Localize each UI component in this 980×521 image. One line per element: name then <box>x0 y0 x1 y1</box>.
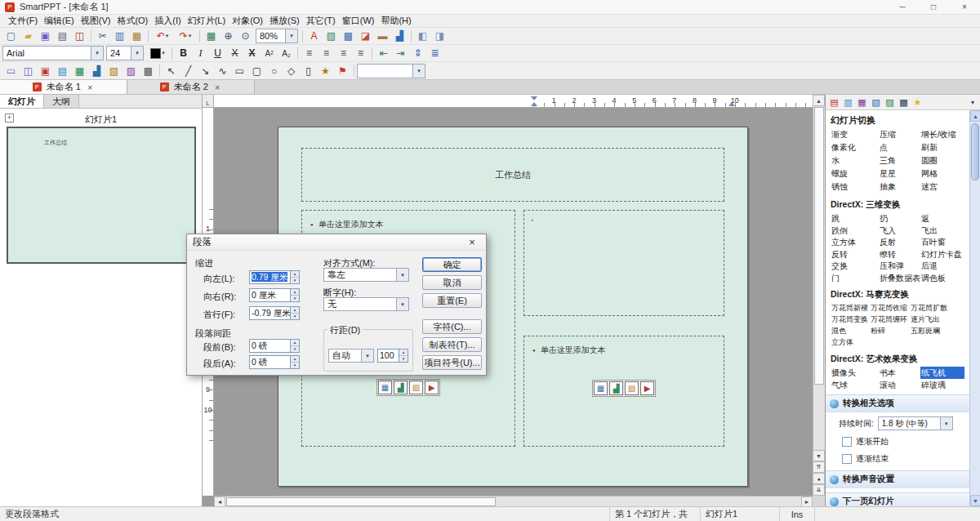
favorites-star-icon[interactable]: ★ <box>911 96 924 109</box>
spin-down-icon[interactable]: ▾ <box>291 362 299 368</box>
tab-outline[interactable]: 大纲 <box>44 95 79 108</box>
tab-close-icon[interactable]: × <box>213 82 221 92</box>
dropdown-icon[interactable]: ▾ <box>396 298 408 310</box>
font-size-select[interactable]: 24 ▾ <box>106 46 144 60</box>
menu-insert[interactable]: 插入(I) <box>151 15 184 27</box>
dialog-title-bar[interactable]: 段落 × <box>187 234 486 251</box>
reset-button[interactable]: 重置(E) <box>422 293 482 308</box>
transition-item[interactable]: 跌倒 <box>831 225 879 237</box>
right-indent-spinner[interactable]: 0 厘米 ▴ ▾ <box>249 288 300 302</box>
character-button[interactable]: 字符(C)... <box>422 319 482 334</box>
transition-item[interactable]: 书本 <box>879 367 920 379</box>
ruler-icon[interactable]: ▬ <box>374 29 391 43</box>
insert-frame-icon[interactable]: ▩ <box>340 29 357 43</box>
first-line-indent-marker[interactable] <box>531 96 537 100</box>
superscript-icon[interactable]: A² <box>261 46 278 60</box>
browse-object-icon[interactable]: ● <box>813 473 825 484</box>
transition-item[interactable]: 圆圈 <box>920 154 964 167</box>
menu-others[interactable]: 其它(T) <box>303 15 339 27</box>
insert-table-icon[interactable]: ▦ <box>594 381 608 395</box>
spin-down-icon[interactable]: ▾ <box>291 313 299 319</box>
slide-thumbnail[interactable]: 工作总结 <box>7 127 196 264</box>
tab-close-icon[interactable]: × <box>86 82 94 92</box>
bullets-button[interactable]: 项目符号(U)... <box>422 355 482 370</box>
transition-item[interactable]: 缭转 <box>879 248 920 260</box>
scrollbar-thumb[interactable] <box>971 123 979 180</box>
transition-item[interactable]: 反转 <box>831 248 879 260</box>
transition-item[interactable]: 摄像头 <box>831 367 879 379</box>
transition-options-section[interactable]: 转换相关选项 <box>826 394 969 412</box>
insert-chart-icon[interactable]: ▟ <box>609 381 623 395</box>
new-document-icon[interactable]: ▢ <box>2 29 20 43</box>
format-painter-icon[interactable]: ◪ <box>357 29 374 43</box>
hyphenation-select[interactable]: 无 ▾ <box>323 297 409 311</box>
transition-item[interactable]: 逐片飞出 <box>910 314 964 325</box>
star-icon[interactable]: ★ <box>317 64 334 78</box>
spin-up-icon[interactable]: ▴ <box>399 350 408 355</box>
transition-item[interactable]: 交换 <box>831 260 879 272</box>
align-left-icon[interactable]: ≡ <box>301 46 318 60</box>
transition-item[interactable]: 渐变 <box>831 128 879 141</box>
design-templates-icon[interactable]: ▤ <box>827 96 841 109</box>
space-after-spinner[interactable]: 0 磅 ▴ ▾ <box>249 355 300 369</box>
transition-item[interactable]: 后退 <box>920 260 964 272</box>
rounded-rectangle-icon[interactable]: ▢ <box>248 64 265 78</box>
paragraph-spacing-icon[interactable]: ≣ <box>426 46 443 60</box>
new-slide-icon[interactable]: ▭ <box>2 64 20 78</box>
scrollbar-thumb[interactable] <box>814 107 824 385</box>
font-color-icon[interactable]: A <box>305 29 323 43</box>
horizontal-scrollbar[interactable]: ◄ ► <box>214 496 813 506</box>
fade-out-checkbox[interactable] <box>842 454 852 464</box>
chart-icon[interactable]: ▟ <box>391 29 408 43</box>
align-right-icon[interactable]: ≡ <box>335 46 352 60</box>
dropdown-icon[interactable]: ▾ <box>131 47 143 60</box>
transition-item[interactable]: 折叠数据表 <box>879 272 920 284</box>
slide-layout-icon[interactable]: ◫ <box>20 64 37 78</box>
shape-style-select[interactable]: ▾ <box>357 64 425 78</box>
document-tab-1[interactable]: P 未命名 1 × <box>0 80 127 94</box>
transition-item[interactable]: 返 <box>920 212 964 225</box>
transition-item[interactable]: 万花筒变换 <box>831 314 870 325</box>
transition-item[interactable]: 百叶窗 <box>920 236 964 248</box>
font-color-picker[interactable]: ▾ <box>146 46 169 60</box>
transition-item[interactable]: 像素化 <box>831 141 879 154</box>
custom-animation-icon[interactable]: ▧ <box>869 96 883 109</box>
transition-item[interactable]: 碎玻璃 <box>920 379 964 391</box>
save-icon[interactable]: ▣ <box>37 29 54 43</box>
next-page-icon[interactable]: ◨ <box>431 29 448 43</box>
vertical-scrollbar[interactable]: ▲ ▼ ⇈ ● ⇊ <box>813 95 825 496</box>
menu-play[interactable]: 播放(S) <box>266 15 303 27</box>
menu-window[interactable]: 窗口(W) <box>339 15 378 27</box>
insert-picture-icon[interactable]: ▧ <box>105 64 122 78</box>
transition-sound-section[interactable]: 转换声音设置 <box>826 470 969 488</box>
insert-picture-icon[interactable]: ▧ <box>625 381 639 395</box>
panel-menu-dropdown-icon[interactable]: ▾ <box>967 99 978 106</box>
scroll-left-icon[interactable]: ◄ <box>214 497 225 506</box>
transition-item[interactable]: 压和弹 <box>879 260 920 272</box>
align-justify-icon[interactable]: ≡ <box>352 46 369 60</box>
zoom-in-icon[interactable]: ⊕ <box>220 29 237 43</box>
slide-layout-icon[interactable]: ▩ <box>897 96 911 109</box>
transition-item[interactable]: 螺旋 <box>831 167 879 180</box>
increase-indent-icon[interactable]: ⇥ <box>392 46 409 60</box>
scroll-up-icon[interactable]: ▲ <box>813 95 825 106</box>
transition-item[interactable]: 粉碎 <box>870 325 910 336</box>
menu-object[interactable]: 对象(O) <box>229 15 266 27</box>
spin-up-icon[interactable]: ▴ <box>291 289 299 295</box>
italic-icon[interactable]: I <box>192 46 209 60</box>
spin-down-icon[interactable]: ▾ <box>291 295 299 301</box>
transition-item[interactable]: 万花筒缠环 <box>870 314 910 325</box>
spin-down-icon[interactable]: ▾ <box>291 277 299 283</box>
transition-item[interactable]: 点 <box>879 141 920 154</box>
scroll-down-icon[interactable]: ▼ <box>970 495 980 506</box>
transition-item[interactable]: 星星 <box>879 167 920 180</box>
hanging-indent-marker[interactable] <box>531 102 537 106</box>
transition-item[interactable]: 万花筒新褪 <box>831 302 870 314</box>
dropdown-icon[interactable]: ▾ <box>361 350 373 362</box>
transition-item[interactable]: 飞出 <box>920 225 964 237</box>
insert-table-icon[interactable]: ▦ <box>203 29 220 43</box>
menu-edit[interactable]: 编辑(E) <box>41 15 78 27</box>
align-center-icon[interactable]: ≡ <box>318 46 335 60</box>
insert-table-icon[interactable]: ▦ <box>71 64 88 78</box>
dropdown-icon[interactable]: ▾ <box>396 269 408 281</box>
